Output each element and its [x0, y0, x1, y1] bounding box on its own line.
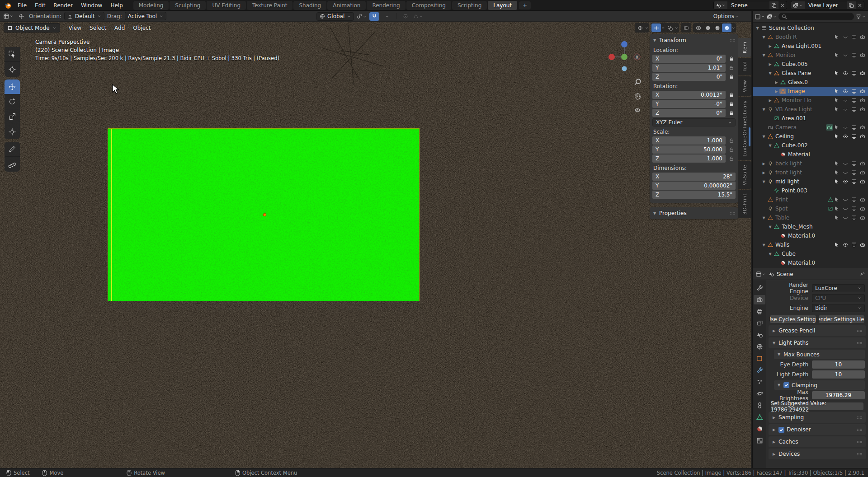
sampling-panel[interactable]: ▶Sampling [769, 412, 866, 423]
use-cycles-settings-button[interactable]: Use Cycles Settings [769, 315, 816, 323]
dimensions-field-y[interactable]: Y0.000002" [652, 182, 736, 190]
eye-closed-icon[interactable] [842, 52, 849, 58]
outliner-row-spot[interactable]: Spot [753, 204, 868, 213]
view-layer-name[interactable]: View Layer [805, 2, 846, 9]
properties-tab-object-data[interactable] [754, 412, 765, 422]
eye-closed-icon[interactable] [842, 107, 849, 112]
location-field-x[interactable]: X0" [652, 55, 726, 63]
disable-render-icon[interactable] [859, 242, 866, 248]
sidebar-tab-3d-print[interactable]: 3D-Print [738, 190, 751, 218]
drag-grip-icon[interactable] [857, 440, 863, 444]
viewport-scrollbar[interactable] [749, 127, 750, 146]
expander-icon[interactable]: ▼ [761, 35, 767, 39]
viewport-menu-view[interactable]: View [65, 25, 85, 31]
eye-open-icon[interactable] [842, 70, 849, 76]
close-icon[interactable] [778, 3, 787, 8]
orientation-dropdown[interactable]: Default [64, 12, 104, 20]
rotation-field-x[interactable]: X0.0013° [652, 91, 726, 99]
expander-icon[interactable]: ▼ [767, 71, 773, 75]
expander-icon[interactable]: ▼ [761, 243, 767, 247]
render-disabled-icon[interactable] [859, 134, 866, 139]
outliner-row-print[interactable]: Print [753, 195, 868, 204]
eye-open-icon[interactable] [842, 242, 849, 248]
drag-grip-icon[interactable] [857, 329, 863, 332]
render-disabled-icon[interactable] [859, 107, 866, 112]
scale-field-x[interactable]: X1.000 [652, 136, 726, 145]
pin-icon[interactable] [859, 271, 865, 277]
menu-file[interactable]: File [14, 0, 31, 11]
eye-closed-icon[interactable] [842, 215, 849, 220]
menu-window[interactable]: Window [77, 0, 106, 11]
selectability-icon[interactable] [833, 161, 840, 166]
properties-tab-object[interactable] [754, 354, 765, 363]
disable-viewport-icon[interactable] [850, 206, 857, 211]
drag-grip-icon[interactable] [730, 212, 736, 215]
outliner-row-material-0[interactable]: Material.0 [753, 258, 868, 267]
expander-icon[interactable]: ▶ [767, 44, 773, 48]
outliner-row-monitor-ho[interactable]: ▶Monitor Ho [753, 96, 868, 105]
caches-panel[interactable]: ▶Caches [769, 436, 866, 447]
outliner-row-walls[interactable]: ▼Walls [753, 240, 868, 249]
mode-dropdown[interactable]: Object Mode [4, 23, 60, 33]
render-disabled-icon[interactable] [859, 34, 866, 40]
disable-viewport-icon[interactable] [850, 161, 857, 166]
disable-viewport-icon[interactable] [850, 179, 857, 184]
options-dropdown[interactable]: Options [713, 12, 739, 21]
view-layer-icon[interactable] [791, 1, 805, 9]
tool-select-box[interactable] [5, 47, 20, 62]
eye-closed-icon[interactable] [842, 34, 849, 40]
eye-closed-icon[interactable] [842, 98, 849, 103]
devices-panel[interactable]: ▶Devices [769, 449, 866, 459]
expander-icon[interactable]: ▼ [767, 144, 773, 148]
viewport-menu-object[interactable]: Object [129, 25, 155, 31]
outliner-row-vb-area-light[interactable]: ▼VB Area Light [753, 105, 868, 114]
tool-annotate[interactable] [5, 142, 20, 157]
menu-edit[interactable]: Edit [31, 0, 49, 11]
lock-icon[interactable] [727, 110, 736, 116]
disable-viewport-icon[interactable] [850, 98, 857, 103]
outliner-row-ceiling[interactable]: ▼Ceiling [753, 132, 868, 141]
disable-viewport-icon[interactable] [850, 197, 857, 202]
eye-closed-icon[interactable] [842, 161, 849, 166]
sidebar-tab-tool[interactable]: Tool [738, 58, 751, 75]
denoiser-checkbox[interactable] [778, 427, 784, 433]
snap-target-dropdown[interactable] [382, 12, 392, 21]
properties-tab-physics[interactable] [754, 389, 765, 398]
drag-grip-icon[interactable] [857, 416, 863, 419]
expander-icon[interactable]: ▶ [767, 98, 773, 103]
drag-dropdown[interactable]: Active Tool [125, 12, 166, 20]
render-disabled-icon[interactable] [859, 170, 866, 175]
denoiser-panel[interactable]: ▶ Denoiser [769, 424, 866, 435]
solid-icon[interactable] [703, 23, 712, 32]
menu-help[interactable]: Help [106, 0, 127, 11]
selectability-icon[interactable] [833, 179, 840, 184]
xray-icon[interactable] [681, 23, 691, 32]
pivot-icon[interactable] [357, 12, 367, 21]
properties-tab-scene[interactable] [754, 330, 765, 340]
properties-panel-collapsed[interactable]: ▼ Properties [650, 207, 738, 219]
workspace-tab-uv-editing[interactable]: UV Editing [207, 1, 246, 10]
transform-panel-header[interactable]: ▼ Transform [652, 36, 736, 45]
visibility-icon[interactable] [635, 23, 645, 32]
disable-render-icon[interactable] [859, 70, 866, 76]
selectability-icon[interactable] [833, 215, 840, 220]
workspace-tab-sculpting[interactable]: Sculpting [170, 1, 206, 10]
properties-tab-view-layer[interactable] [754, 318, 765, 328]
properties-tab-texture[interactable] [754, 436, 765, 445]
max-bounces-subpanel[interactable]: ▼Max Bounces [774, 350, 865, 359]
drag-grip-icon[interactable] [730, 39, 736, 42]
selectability-icon[interactable] [833, 125, 840, 130]
rendered-image-plane[interactable] [108, 129, 419, 301]
selectability-icon[interactable] [833, 98, 840, 103]
unlock-icon[interactable] [727, 147, 736, 152]
rotation-field-z[interactable]: Z0° [652, 109, 726, 117]
lock-icon[interactable] [727, 74, 736, 80]
scene-selector[interactable]: Scene [713, 1, 787, 9]
filter-icon[interactable] [856, 12, 866, 21]
dimensions-field-x[interactable]: X28" [652, 173, 736, 181]
render-disabled-icon[interactable] [859, 161, 866, 166]
disable-render-icon[interactable] [859, 125, 866, 130]
disable-viewport-icon[interactable] [850, 89, 857, 94]
render-disabled-icon[interactable] [859, 215, 866, 220]
render-disabled-icon[interactable] [859, 197, 866, 202]
